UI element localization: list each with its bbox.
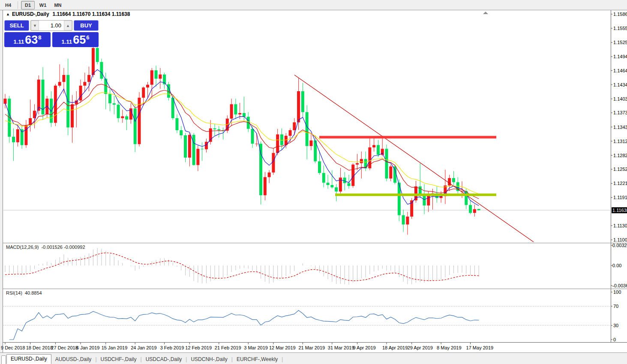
chart-tab-eurchf[interactable]: EURCHF-,Weekly [233,355,282,364]
date-axis-label: 21 Mar 2019 [298,345,325,350]
date-axis-label: 18 Dec 2018 [26,345,53,350]
buy-price-main: 65 [73,34,86,46]
buy-price-prefix: 1.11 [62,39,72,45]
sell-price-prefix: 1.11 [14,39,24,45]
macd-indicator-label: MACD(12,26,9)-0.001526 -0.000992 [6,245,85,250]
date-axis-label: 9 Dec 2018 [1,345,25,350]
date-axis-label: 15 Jan 2019 [102,345,128,350]
current-price-tag: 1.11638 [612,207,627,213]
lot-stepper: ▼ ▲ [30,20,72,31]
timeframe-button-w1[interactable]: W1 [36,1,50,9]
date-axis-label: 8 May 2019 [437,345,461,350]
date-axis-label: 17 May 2019 [466,345,494,350]
chart-title: ▲EURUSD-,Daily1.11664 1.11670 1.11634 1.… [6,11,130,17]
toolbar-separator [18,1,18,9]
symbol-name: EURUSD-,Daily [12,11,49,17]
price-scale-label: 1.13430 [613,125,627,130]
timeframe-toolbar: H4D1W1MN [0,0,627,10]
price-scale-label: 1.11000 [613,237,627,242]
date-axis-label: 18 Apr 2019 [382,345,408,350]
rsi-scale-label: 30 [613,323,618,328]
buy-price-quote[interactable]: 1.11 65 6 [52,32,99,47]
date-axis-label: 9 Apr 2019 [353,345,376,350]
sell-price-main: 63 [25,34,38,46]
price-scale-label: 1.13735 [613,110,627,115]
date-axis-label: 6 Jan 2019 [76,345,99,350]
date-axis-label: 3 Mar 2019 [244,345,268,350]
sell-button[interactable]: SELL [4,20,29,31]
price-scale-label: 1.12215 [613,181,627,186]
rsi-indicator-label: RSI(14)40.8854 [6,290,42,295]
date-axis-label: 24 Jan 2019 [131,345,157,350]
price-scale-label: 1.11305 [613,223,627,228]
tab-scroll-stub[interactable] [1,355,6,364]
chart-canvas[interactable] [0,0,627,364]
sell-price-quote[interactable]: 1.11 63 8 [4,32,51,47]
rsi-scale-label: 100 [613,289,621,295]
tab-separator: | [282,356,283,364]
lot-increase-button[interactable]: ▲ [64,21,72,30]
rsi-scale-label: 70 [613,304,618,309]
lot-decrease-button[interactable]: ▼ [31,21,39,30]
price-scale-label: 1.13125 [613,139,627,144]
price-scale-label: 1.12820 [613,153,627,158]
price-scale-label: 1.14340 [613,82,627,87]
date-axis-label: 12 Feb 2019 [185,345,212,350]
sell-price-pip: 8 [38,34,41,41]
date-axis-label: 29 Apr 2019 [408,345,433,350]
timeframe-button-mn[interactable]: MN [51,1,65,9]
chart-tab-usdchf[interactable]: USDCHF-,Daily [97,355,141,364]
price-scale-label: 1.15555 [613,26,627,31]
chart-tab-usdcad[interactable]: USDCAD-,Daily [142,355,186,364]
buy-button[interactable]: BUY [74,20,99,31]
chart-tab-usdcnh[interactable]: USDCNH-,Daily [187,355,231,364]
chart-shift-marker-icon [483,12,488,14]
date-axis-label: 3 Feb 2019 [160,345,184,350]
date-axis-label: 12 Mar 2019 [269,345,296,350]
price-scale-label: 1.15250 [613,40,627,45]
one-click-trading-panel: SELL ▼ ▲ BUY 1.11 63 8 1.11 65 6 [4,20,99,47]
buy-price-pip: 6 [86,34,89,41]
date-axis-label: 21 Feb 2019 [215,345,241,350]
rsi-scale-label: 0 [613,337,616,342]
timeframe-button-h4[interactable]: H4 [1,1,15,9]
price-scale-label: 1.15860 [613,12,627,17]
chart-tab-bar: EURUSD-,DailyAUDUSD-,Daily|USDCHF-,Daily… [0,353,627,364]
price-scale-label: 1.14035 [613,96,627,101]
macd-scale-label: -0.00365 [612,283,627,288]
date-axis-label: 31 Mar 2019 [328,345,354,350]
price-scale-label: 1.12520 [613,167,627,172]
chart-tab-audusd[interactable]: AUDUSD-,Daily [51,355,96,364]
price-scale-label: 1.14645 [613,68,627,73]
timeframe-button-d1[interactable]: D1 [21,1,35,9]
ohlc-values: 1.11664 1.11670 1.11634 1.11638 [53,11,130,17]
price-scale-label: 1.14945 [613,54,627,59]
lot-size-input[interactable] [39,21,64,30]
macd-scale-label: 0.003287 [612,243,627,248]
symbol-triangle-icon: ▲ [6,12,10,16]
date-axis-label: 27 Dec 2018 [51,345,78,350]
mt4-window: H4D1W1MN ▲EURUSD-,Daily1.11664 1.11670 1… [0,0,627,364]
macd-scale-label: 0.00 [612,263,621,268]
chart-tab-eurusd[interactable]: EURUSD-,Daily [6,354,51,364]
price-scale-label: 1.11910 [613,195,627,200]
